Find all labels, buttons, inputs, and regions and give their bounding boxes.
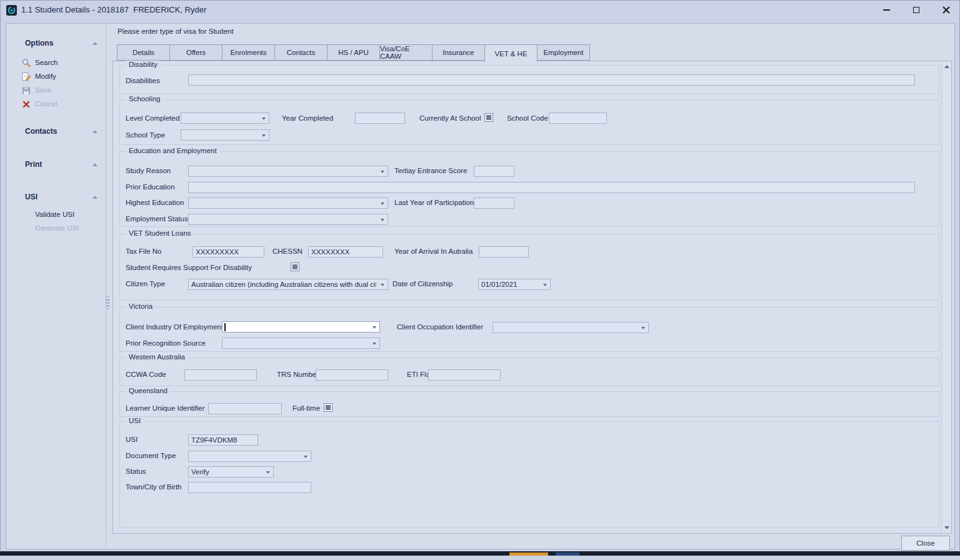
prior-education-label: Prior Education <box>126 183 175 191</box>
collapse-arrow-icon[interactable] <box>92 42 98 45</box>
scroll-down-button[interactable] <box>942 523 951 532</box>
taskbar-orange-fragment <box>509 552 548 556</box>
save-icon <box>21 86 31 96</box>
sidebar-group-print[interactable]: Print <box>6 160 106 170</box>
year-completed-field[interactable] <box>355 112 405 124</box>
eti-flag-field[interactable] <box>428 369 501 381</box>
chevron-down-icon <box>381 202 384 205</box>
vertical-scrollbar[interactable] <box>941 62 951 532</box>
tab-employment[interactable]: Employment <box>537 44 590 61</box>
sidebar-group-contacts[interactable]: Contacts <box>6 127 106 137</box>
search-icon <box>21 58 31 68</box>
group-victoria: Victoria Client Industry Of Employment C… <box>119 307 939 352</box>
town-city-of-birth-field[interactable] <box>188 482 311 493</box>
tab-insurance[interactable]: Insurance <box>432 44 485 61</box>
ccwa-code-field[interactable] <box>184 369 257 381</box>
client-industry-label: Client Industry Of Employment <box>126 323 223 331</box>
client-industry-dropdown[interactable] <box>222 321 380 332</box>
tab-hs-apu[interactable]: HS / APU <box>327 44 380 61</box>
status-dropdown[interactable]: Verify <box>188 466 274 478</box>
trs-number-label: TRS Number <box>277 371 319 378</box>
close-window-button[interactable] <box>939 3 953 17</box>
prior-recognition-dropdown[interactable] <box>222 338 380 349</box>
client-occupation-dropdown[interactable] <box>492 322 649 333</box>
document-type-dropdown[interactable] <box>188 451 311 462</box>
scroll-up-icon <box>944 65 949 68</box>
text-caret <box>224 323 226 331</box>
tab-details[interactable]: Details <box>117 44 170 61</box>
learner-unique-identifier-label: Learner Unique Identifier <box>126 404 205 412</box>
currently-at-school-checkbox[interactable] <box>484 113 493 122</box>
validate-usi-label: Validate USI <box>35 211 74 218</box>
support-for-disability-label: Student Requires Support For Disability <box>126 264 252 271</box>
tab-visa-coe-caaw[interactable]: Visa/CoE CAAW <box>379 44 432 61</box>
sidebar-item-cancel[interactable]: Cancel <box>6 99 106 111</box>
sidebar-group-usi[interactable]: USI <box>6 192 106 202</box>
tab-vet-he[interactable]: VET & HE <box>484 44 538 62</box>
contacts-title: Contacts <box>25 127 57 136</box>
document-type-label: Document Type <box>126 452 176 459</box>
learner-unique-identifier-field[interactable] <box>208 403 282 414</box>
window-controls <box>879 1 953 19</box>
date-of-citizenship-dropdown[interactable]: 01/01/2021 <box>478 279 551 290</box>
chevron-down-icon <box>262 118 266 120</box>
maximize-icon <box>913 7 919 13</box>
print-title: Print <box>25 160 42 169</box>
full-time-label: Full-time <box>292 404 320 412</box>
minimize-icon <box>883 9 890 11</box>
chevron-down-icon <box>304 456 308 458</box>
sidebar-item-validate-usi[interactable]: Validate USI <box>6 210 106 221</box>
support-for-disability-checkbox[interactable] <box>291 262 299 271</box>
tab-enrolments[interactable]: Enrolments <box>222 44 275 61</box>
highest-education-dropdown[interactable] <box>188 198 388 209</box>
group-legend: VET Student Loans <box>126 229 194 237</box>
chevron-down-icon <box>266 471 270 474</box>
splitter-handle[interactable] <box>103 296 109 315</box>
school-code-field[interactable] <box>549 112 607 124</box>
chevron-down-icon <box>381 219 384 221</box>
chessn-field[interactable] <box>308 246 383 258</box>
collapse-arrow-icon[interactable] <box>92 196 98 199</box>
status-label: Status <box>126 468 146 475</box>
school-type-dropdown[interactable] <box>181 129 269 141</box>
study-reason-dropdown[interactable] <box>188 166 388 177</box>
tab-offers[interactable]: Offers <box>169 44 222 61</box>
usi-title: USI <box>25 192 38 201</box>
group-vet-student-loans: VET Student Loans Tax File No CHESSN Yea… <box>119 234 939 301</box>
tax-file-no-field[interactable] <box>192 246 264 258</box>
minimize-button[interactable] <box>879 3 893 17</box>
status-message: Please enter type of visa for Student <box>118 28 233 35</box>
group-legend: USI <box>126 417 144 424</box>
tertiary-entrance-score-field[interactable] <box>474 166 514 177</box>
sidebar-group-options[interactable]: Options <box>6 39 106 49</box>
scroll-up-button[interactable] <box>942 62 951 71</box>
disabilities-field[interactable] <box>188 74 915 86</box>
collapse-arrow-icon[interactable] <box>92 130 98 133</box>
year-of-arrival-field[interactable] <box>479 246 529 258</box>
usi-field[interactable] <box>188 434 258 446</box>
collapse-arrow-icon[interactable] <box>92 163 98 166</box>
trs-number-field[interactable] <box>316 369 388 381</box>
citizen-type-dropdown[interactable]: Australian citizen (including Australian… <box>188 279 388 290</box>
full-time-checkbox[interactable] <box>324 403 332 412</box>
search-label: Search <box>35 59 58 66</box>
group-legend: Disability <box>126 61 161 68</box>
sidebar-item-generate-usi[interactable]: Generate USI <box>6 224 106 235</box>
last-year-participation-label: Last Year of Participation <box>394 199 474 206</box>
scroll-down-icon <box>944 526 949 529</box>
maximize-button[interactable] <box>909 3 923 17</box>
chevron-down-icon <box>641 327 645 329</box>
tax-file-no-label: Tax File No <box>126 248 162 255</box>
generate-usi-label: Generate USI <box>35 224 79 232</box>
close-button[interactable]: Close <box>901 536 950 551</box>
sidebar-item-save[interactable]: Save <box>6 86 106 97</box>
sidebar-item-search[interactable]: Search <box>6 58 106 69</box>
level-completed-dropdown[interactable] <box>181 112 269 124</box>
last-year-participation-field[interactable] <box>474 198 514 209</box>
employment-status-dropdown[interactable] <box>188 214 388 225</box>
sidebar-item-modify[interactable]: Modify <box>6 72 106 83</box>
tab-contacts[interactable]: Contacts <box>274 44 328 61</box>
prior-education-field[interactable] <box>188 182 915 193</box>
chessn-label: CHESSN <box>272 248 302 255</box>
date-of-citizenship-label: Date of Citizenship <box>392 280 453 288</box>
